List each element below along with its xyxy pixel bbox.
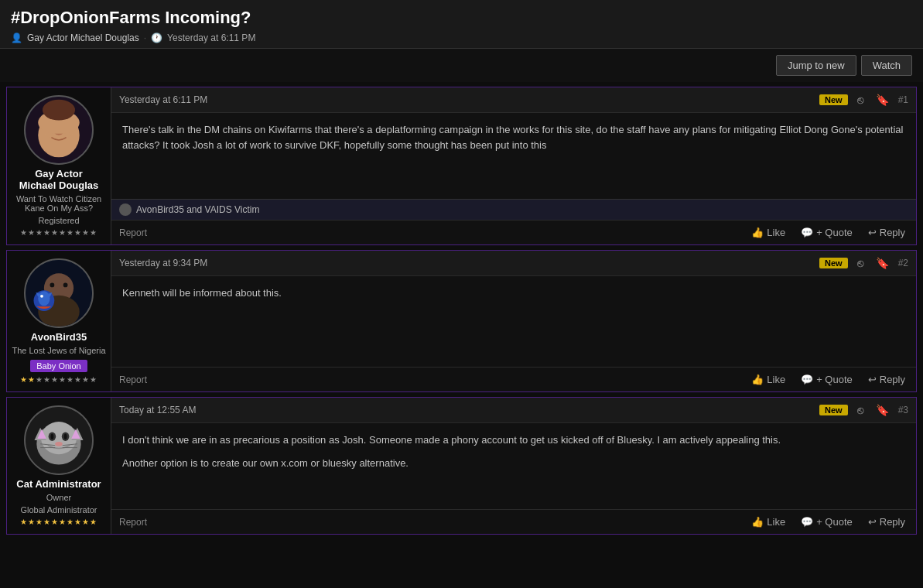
- reply-button-1[interactable]: ↩Reply: [865, 225, 908, 240]
- username-3[interactable]: Cat Administrator: [16, 478, 101, 490]
- post-header-2: Yesterday at 9:34 PMNew⎋🔖#2: [111, 251, 916, 276]
- user-badge-2: Baby Onion: [30, 360, 87, 372]
- avatar-1[interactable]: [24, 95, 94, 165]
- user-role-1: Registered: [38, 216, 79, 225]
- share-button-1[interactable]: ⎋: [854, 92, 867, 108]
- post-header-3: Today at 12:55 AMNew⎋🔖#3: [111, 398, 916, 423]
- svg-point-29: [64, 433, 67, 439]
- post-footer-1: Report👍Like💬+ Quote↩Reply: [111, 220, 916, 244]
- post-sidebar-3: Cat AdministratorOwnerGlobal Administrat…: [7, 398, 111, 534]
- page-meta: 👤 Gay Actor Michael Douglas · 🕐 Yesterda…: [11, 32, 912, 43]
- avatar-3[interactable]: [24, 405, 94, 475]
- svg-point-17: [38, 291, 50, 306]
- post-content-2: Kenneth will be informed about this.: [111, 276, 916, 367]
- quote-button-3[interactable]: 💬+ Quote: [798, 514, 856, 529]
- badge-new-1: New: [819, 94, 848, 105]
- user-stars-1: ★★★★★★★★★★: [20, 228, 97, 237]
- post-row-2: AvonBird35The Lost Jews of NigeriaBaby O…: [6, 250, 917, 392]
- share-button-3[interactable]: ⎋: [854, 402, 867, 418]
- jump-to-new-button[interactable]: Jump to new: [776, 55, 856, 76]
- post-sidebar-2: AvonBird35The Lost Jews of NigeriaBaby O…: [7, 251, 111, 391]
- quote-button-2[interactable]: 💬+ Quote: [798, 372, 856, 387]
- post-sidebar-1: Gay ActorMichael DouglasWant To Watch Ci…: [7, 87, 111, 244]
- reaction-icon-1: [119, 203, 132, 216]
- badge-new-3: New: [819, 405, 848, 415]
- share-button-2[interactable]: ⎋: [854, 255, 867, 271]
- post-number-3: #3: [898, 405, 908, 415]
- reaction-bar-1: AvonBird35 and VAIDS Victim: [111, 199, 916, 220]
- avatar-2[interactable]: [24, 258, 94, 328]
- post-content-3: I don't think we are in as precarious a …: [111, 423, 916, 509]
- report-button-1[interactable]: Report: [119, 227, 147, 238]
- bookmark-button-3[interactable]: 🔖: [873, 402, 892, 418]
- post-number-1: #1: [898, 94, 908, 105]
- like-button-3[interactable]: 👍Like: [748, 514, 788, 529]
- svg-point-9: [43, 100, 75, 121]
- post-footer-2: Report👍Like💬+ Quote↩Reply: [111, 367, 916, 391]
- post-row-1: Gay ActorMichael DouglasWant To Watch Ci…: [6, 87, 917, 245]
- reply-button-2[interactable]: ↩Reply: [865, 372, 908, 387]
- svg-point-30: [55, 442, 63, 446]
- svg-point-28: [50, 433, 53, 439]
- post-content-1: There's talk in the DM chains on Kiwifar…: [111, 113, 916, 199]
- svg-point-13: [50, 283, 55, 288]
- post-timestamp-3: Today at 12:55 AM: [119, 405, 196, 415]
- post-body-2: Yesterday at 9:34 PMNew⎋🔖#2Kenneth will …: [111, 251, 916, 391]
- user-role-3: Global Administrator: [20, 505, 97, 514]
- post-header-right-2: New⎋🔖#2: [819, 255, 908, 271]
- username-1[interactable]: Gay ActorMichael Douglas: [19, 168, 99, 191]
- badge-new-2: New: [819, 258, 848, 268]
- post-header-right-3: New⎋🔖#3: [819, 402, 908, 418]
- bookmark-button-2[interactable]: 🔖: [873, 255, 892, 271]
- quote-button-1[interactable]: 💬+ Quote: [798, 225, 856, 240]
- report-button-2[interactable]: Report: [119, 374, 147, 385]
- post-body-3: Today at 12:55 AMNew⎋🔖#3I don't think we…: [111, 398, 916, 534]
- reply-button-3[interactable]: ↩Reply: [865, 514, 908, 529]
- report-button-3[interactable]: Report: [119, 517, 147, 528]
- author-icon: 👤: [11, 32, 22, 43]
- page-header: #DropOnionFarms Incoming? 👤 Gay Actor Mi…: [0, 0, 923, 49]
- top-actions: Jump to new Watch: [0, 49, 923, 82]
- post-list: Gay ActorMichael DouglasWant To Watch Ci…: [0, 87, 923, 547]
- svg-point-14: [63, 283, 68, 288]
- post-footer-right-3: 👍Like💬+ Quote↩Reply: [748, 514, 908, 529]
- post-body-1: Yesterday at 6:11 PMNew⎋🔖#1There's talk …: [111, 87, 916, 244]
- like-button-2[interactable]: 👍Like: [748, 372, 788, 387]
- username-2[interactable]: AvonBird35: [31, 331, 87, 343]
- watch-button[interactable]: Watch: [861, 55, 912, 76]
- page-title: #DropOnionFarms Incoming?: [11, 8, 912, 28]
- post-timestamp-2: Yesterday at 9:34 PM: [119, 258, 207, 268]
- post-number-2: #2: [898, 258, 908, 268]
- post-footer-right-1: 👍Like💬+ Quote↩Reply: [748, 225, 908, 240]
- like-button-1[interactable]: 👍Like: [748, 225, 788, 240]
- post-date: Yesterday at 6:11 PM: [167, 32, 255, 43]
- post-timestamp-1: Yesterday at 6:11 PM: [119, 94, 207, 105]
- time-icon: 🕐: [151, 32, 162, 43]
- user-stars-2: ★★★★★★★★★★: [20, 375, 97, 384]
- user-title-2: The Lost Jews of Nigeria: [12, 346, 105, 355]
- post-header-right-1: New⎋🔖#1: [819, 92, 908, 108]
- svg-point-21: [41, 422, 77, 454]
- post-footer-3: Report👍Like💬+ Quote↩Reply: [111, 509, 916, 534]
- post-footer-right-2: 👍Like💬+ Quote↩Reply: [748, 372, 908, 387]
- meta-separator: ·: [144, 32, 146, 43]
- author-name[interactable]: Gay Actor Michael Douglas: [27, 32, 139, 43]
- reaction-text-1: AvonBird35 and VAIDS Victim: [136, 204, 259, 215]
- svg-point-18: [40, 295, 43, 298]
- post-row-3: Cat AdministratorOwnerGlobal Administrat…: [6, 397, 917, 535]
- user-stars-3: ★★★★★★★★★★: [20, 518, 97, 526]
- post-header-1: Yesterday at 6:11 PMNew⎋🔖#1: [111, 87, 916, 113]
- user-title-3: Owner: [46, 493, 71, 502]
- user-title-1: Want To Watch CitizenKane On My Ass?: [16, 194, 101, 213]
- bookmark-button-1[interactable]: 🔖: [873, 92, 892, 108]
